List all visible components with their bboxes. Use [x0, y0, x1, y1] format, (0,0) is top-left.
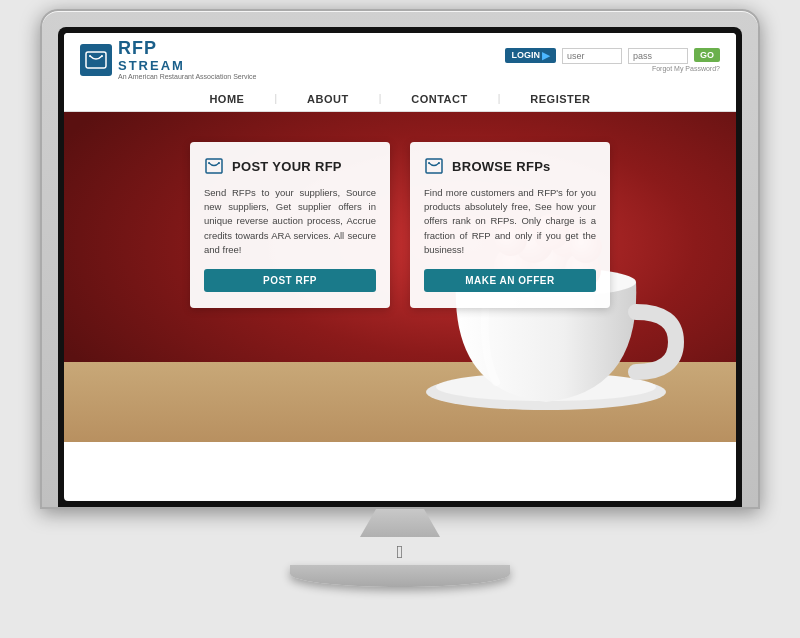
post-rfp-card: POST YOUR RFP Send RFPs to your supplier…	[190, 142, 390, 308]
browse-rfp-title: BROWSE RFPs	[452, 159, 551, 174]
make-offer-button[interactable]: MAKE AN OFFER	[424, 269, 596, 292]
password-input[interactable]	[628, 48, 688, 64]
post-rfp-icon	[204, 156, 226, 178]
logo-svg-icon	[84, 48, 108, 72]
nav-register[interactable]: REGISTER	[530, 91, 590, 107]
cards-container: POST YOUR RFP Send RFPs to your supplier…	[64, 142, 736, 308]
login-arrow-icon: ▶	[542, 50, 550, 61]
monitor-outer: RFP STREAM An American Restaurant Associ…	[40, 9, 760, 509]
hero-background: POST YOUR RFP Send RFPs to your supplier…	[64, 112, 736, 442]
svg-point-19	[438, 162, 440, 164]
header-top: RFP STREAM An American Restaurant Associ…	[80, 39, 720, 81]
logo-icon	[80, 44, 112, 76]
monitor-neck	[360, 509, 440, 537]
forgot-password-link[interactable]: Forgot My Password?	[505, 65, 720, 72]
svg-point-1	[89, 55, 91, 57]
username-input[interactable]	[562, 48, 622, 64]
screen-bezel: RFP STREAM An American Restaurant Associ…	[58, 27, 742, 507]
svg-point-15	[208, 162, 210, 164]
screen: RFP STREAM An American Restaurant Associ…	[64, 33, 736, 501]
hero-section: POST YOUR RFP Send RFPs to your supplier…	[64, 112, 736, 442]
logo-area: RFP STREAM An American Restaurant Associ…	[80, 39, 257, 81]
go-button[interactable]: GO	[694, 48, 720, 62]
post-rfp-text: Send RFPs to your suppliers, Source new …	[204, 186, 376, 257]
nav-contact[interactable]: CONTACT	[411, 91, 467, 107]
browse-rfp-card-header: BROWSE RFPs	[424, 156, 596, 178]
svg-point-2	[101, 55, 103, 57]
nav-divider-1: |	[274, 91, 277, 107]
login-button[interactable]: LOGIN ▶	[505, 48, 556, 63]
login-label: LOGIN	[511, 50, 540, 60]
login-area: LOGIN ▶ GO Forgot My Password?	[505, 48, 720, 72]
post-rfp-card-header: POST YOUR RFP	[204, 156, 376, 178]
header-login-row: LOGIN ▶ GO	[505, 48, 720, 64]
svg-point-18	[428, 162, 430, 164]
svg-point-16	[218, 162, 220, 164]
nav-about[interactable]: ABOUT	[307, 91, 349, 107]
browse-rfp-card: BROWSE RFPs Find more customers and RFP'…	[410, 142, 610, 308]
post-rfp-title: POST YOUR RFP	[232, 159, 342, 174]
monitor-base	[290, 565, 510, 587]
apple-logo: 	[389, 541, 411, 563]
logo-sub: An American Restaurant Association Servi…	[118, 73, 257, 81]
nav-divider-3: |	[498, 91, 501, 107]
logo-stream: STREAM	[118, 59, 257, 73]
navigation-bar: HOME | ABOUT | CONTACT | REGISTER	[80, 85, 720, 111]
site-header: RFP STREAM An American Restaurant Associ…	[64, 33, 736, 112]
logo-text: RFP STREAM An American Restaurant Associ…	[118, 39, 257, 81]
monitor-wrapper: RFP STREAM An American Restaurant Associ…	[20, 9, 780, 629]
nav-divider-2: |	[379, 91, 382, 107]
browse-rfp-text: Find more customers and RFP's for you pr…	[424, 186, 596, 257]
svg-rect-0	[86, 52, 106, 68]
nav-home[interactable]: HOME	[209, 91, 244, 107]
logo-rfp: RFP	[118, 39, 157, 59]
post-rfp-button[interactable]: POST RFP	[204, 269, 376, 292]
browse-rfp-icon	[424, 156, 446, 178]
